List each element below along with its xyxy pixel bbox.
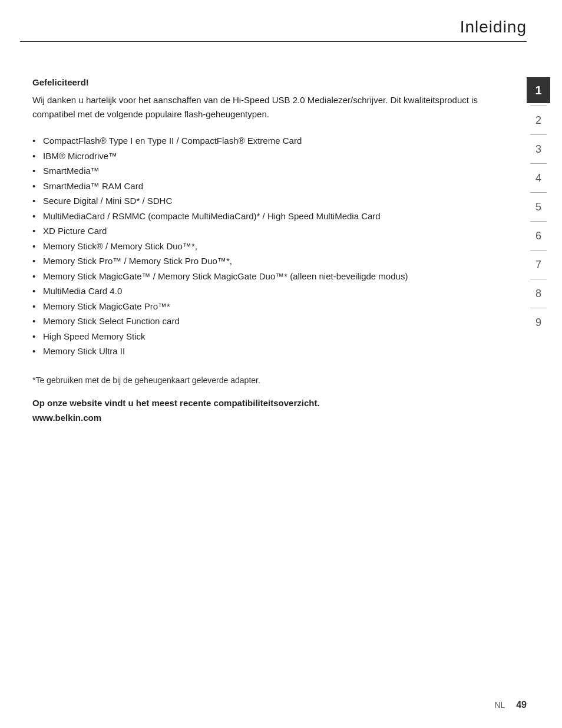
list-item: XD Picture Card xyxy=(32,223,497,239)
sidebar-item-3: 3 xyxy=(528,137,549,161)
footer-note: Op onze website vindt u het meest recent… xyxy=(32,396,497,426)
sidebar-divider-4 xyxy=(530,192,547,193)
sidebar-divider-2 xyxy=(530,134,547,135)
list-item: Memory Stick MagicGate Pro™* xyxy=(32,299,497,314)
list-item: SmartMedia™ xyxy=(32,163,497,179)
main-layout: Gefeliciteerd! Wij danken u hartelijk vo… xyxy=(0,42,562,426)
header: Inleiding xyxy=(0,0,562,42)
list-item: IBM® Microdrive™ xyxy=(32,149,497,164)
page-title: Inleiding xyxy=(460,18,527,37)
sidebar-item-5: 5 xyxy=(528,195,549,219)
section-title: Gefeliciteerd! xyxy=(32,77,497,87)
sidebar-divider-8 xyxy=(530,308,547,308)
list-item: CompactFlash® Type I en Type II / Compac… xyxy=(32,133,497,149)
sidebar-item-7: 7 xyxy=(528,253,549,276)
bullet-list: CompactFlash® Type I en Type II / Compac… xyxy=(32,133,497,359)
sidebar-number-3: 3 xyxy=(528,137,549,161)
intro-text: Wij danken u hartelijk voor het aanschaf… xyxy=(32,93,497,121)
sidebar-number-7: 7 xyxy=(528,253,549,276)
sidebar-number-9: 9 xyxy=(528,311,549,334)
sidebar-divider-1 xyxy=(530,106,547,106)
footnote: *Te gebruiken met de bij de geheugenkaar… xyxy=(32,374,497,387)
sidebar-number-5: 5 xyxy=(528,195,549,219)
sidebar-item-8: 8 xyxy=(528,282,549,305)
sidebar-item-6: 6 xyxy=(528,224,549,248)
list-item: Secure Digital / Mini SD* / SDHC xyxy=(32,193,497,209)
list-item: Memory Stick MagicGate™ / Memory Stick M… xyxy=(32,269,497,284)
footer-bold-text: Op onze website vindt u het meest recent… xyxy=(32,398,320,408)
sidebar-divider-3 xyxy=(530,163,547,164)
list-item: MultiMedia Card 4.0 xyxy=(32,284,497,299)
sidebar-number-4: 4 xyxy=(528,166,549,190)
list-item: Memory Stick Select Function card xyxy=(32,314,497,329)
sidebar-divider-6 xyxy=(530,250,547,251)
page-number: 49 xyxy=(516,700,527,710)
page-footer: NL 49 xyxy=(494,700,527,710)
sidebar: 1 2 3 4 5 6 7 xyxy=(515,60,562,426)
sidebar-item-2: 2 xyxy=(528,108,549,132)
list-item: Memory Stick® / Memory Stick Duo™*, xyxy=(32,239,497,254)
sidebar-number-1: 1 xyxy=(527,77,550,103)
footer-url: www.belkin.com xyxy=(32,413,101,423)
sidebar-divider-7 xyxy=(530,279,547,279)
list-item: High Speed Memory Stick xyxy=(32,329,497,344)
sidebar-item-4: 4 xyxy=(528,166,549,190)
list-item: SmartMedia™ RAM Card xyxy=(32,179,497,194)
page-container: Inleiding Gefeliciteerd! Wij danken u ha… xyxy=(0,0,562,728)
sidebar-divider-5 xyxy=(530,221,547,222)
sidebar-item-9: 9 xyxy=(528,311,549,334)
list-item: MultiMediaCard / RSMMC (compacte MultiMe… xyxy=(32,209,497,224)
content-area: Gefeliciteerd! Wij danken u hartelijk vo… xyxy=(0,60,515,426)
language-label: NL xyxy=(494,700,505,710)
sidebar-number-6: 6 xyxy=(528,224,549,248)
header-divider xyxy=(20,41,527,42)
list-item: Memory Stick Pro™ / Memory Stick Pro Duo… xyxy=(32,253,497,269)
list-item: Memory Stick Ultra II xyxy=(32,344,497,359)
sidebar-number-2: 2 xyxy=(528,108,549,132)
sidebar-item-1: 1 xyxy=(527,77,550,103)
sidebar-number-8: 8 xyxy=(528,282,549,305)
